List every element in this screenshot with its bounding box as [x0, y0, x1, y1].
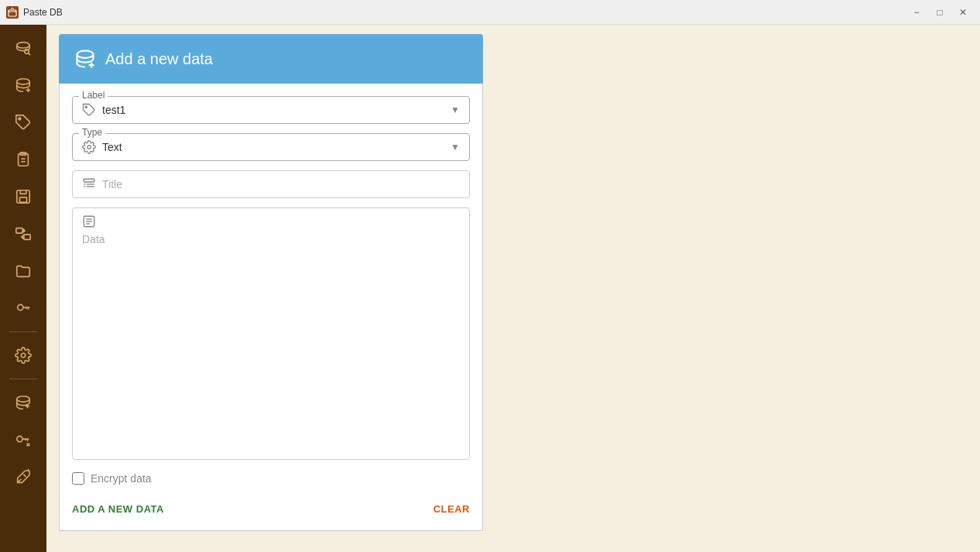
clipboard-icon — [15, 151, 32, 168]
sidebar-item-folder[interactable] — [6, 254, 40, 288]
minimize-button[interactable]: − — [906, 5, 927, 20]
clear-button[interactable]: CLEAR — [433, 503, 470, 515]
svg-point-9 — [19, 118, 21, 120]
svg-rect-14 — [17, 190, 30, 204]
add-data-icon — [74, 48, 96, 70]
svg-point-33 — [77, 51, 94, 58]
form-panel: Add a new data Label test1 ▼ — [46, 25, 495, 540]
svg-point-5 — [17, 79, 30, 84]
folder-icon — [15, 262, 32, 279]
search-db-icon — [15, 39, 32, 57]
svg-rect-0 — [9, 10, 16, 16]
sidebar-divider-1 — [9, 331, 37, 332]
sidebar-item-key-cancel[interactable] — [6, 423, 40, 457]
type-dropdown-arrow[interactable]: ▼ — [451, 142, 460, 153]
sidebar-divider-2 — [9, 379, 37, 379]
brush-icon — [15, 468, 32, 485]
encrypt-checkbox[interactable] — [72, 472, 84, 485]
data-field — [72, 207, 470, 460]
form-body: Label test1 ▼ Type — [59, 84, 483, 531]
svg-point-22 — [21, 353, 26, 358]
window-controls: − □ ✕ — [906, 5, 974, 20]
label-field-group: Label test1 ▼ — [72, 96, 470, 124]
svg-rect-16 — [16, 228, 22, 233]
transfer-icon — [15, 225, 32, 242]
encrypt-label[interactable]: Encrypt data — [91, 472, 152, 485]
sidebar-item-db-error[interactable] — [6, 386, 40, 420]
title-bar-left: Paste DB — [6, 6, 63, 19]
label-field-label: Label — [79, 90, 108, 101]
title-field — [72, 170, 470, 198]
svg-point-18 — [18, 304, 23, 310]
form-title: Add a new data — [105, 50, 213, 68]
content-area: Add a new data Label test1 ▼ — [46, 25, 513, 552]
sidebar-item-label[interactable] — [6, 105, 40, 139]
svg-point-3 — [25, 50, 29, 54]
label-icon — [15, 114, 32, 131]
app-title: Paste DB — [23, 7, 63, 18]
sidebar — [0, 25, 46, 552]
label-select[interactable]: test1 — [102, 104, 444, 116]
title-bar: Paste DB − □ ✕ — [0, 0, 980, 25]
svg-point-37 — [87, 146, 91, 149]
settings-icon — [15, 347, 32, 364]
svg-rect-15 — [19, 197, 26, 202]
db-error-icon — [15, 394, 32, 411]
type-field-group: Type Text Image File Password ▼ — [72, 133, 470, 161]
add-new-data-button[interactable]: ADD A NEW DATA — [72, 503, 164, 515]
data-field-header — [82, 214, 460, 228]
app-body: Add a new data Label test1 ▼ — [0, 25, 980, 552]
svg-point-2 — [17, 43, 30, 48]
svg-rect-17 — [24, 235, 30, 239]
encrypt-row: Encrypt data — [72, 469, 470, 488]
close-button[interactable]: ✕ — [952, 5, 974, 20]
label-dropdown-arrow[interactable]: ▼ — [451, 105, 460, 115]
type-field-row: Text Image File Password ▼ — [82, 140, 460, 154]
sidebar-item-clipboard[interactable] — [6, 142, 40, 177]
svg-point-36 — [85, 106, 87, 108]
data-textarea[interactable] — [82, 233, 460, 450]
type-select[interactable]: Text Image File Password — [102, 141, 444, 153]
sidebar-item-add-db[interactable] — [6, 68, 40, 102]
title-input[interactable] — [102, 178, 460, 190]
label-field-row: test1 ▼ — [82, 103, 460, 117]
type-settings-icon — [82, 140, 96, 154]
sidebar-item-settings[interactable] — [6, 338, 40, 372]
svg-line-4 — [29, 53, 30, 55]
save-icon — [15, 188, 32, 205]
maximize-button[interactable]: □ — [929, 5, 951, 20]
form-header: Add a new data — [59, 34, 483, 84]
svg-point-23 — [17, 396, 30, 402]
action-row: ADD A NEW DATA CLEAR — [72, 497, 470, 518]
app-logo — [6, 6, 19, 19]
sidebar-item-save[interactable] — [6, 180, 40, 214]
sidebar-item-search[interactable] — [6, 31, 40, 65]
key-cancel-icon — [15, 431, 32, 448]
sidebar-item-key[interactable] — [6, 291, 40, 325]
title-icon — [82, 177, 96, 191]
sidebar-item-brush[interactable] — [6, 460, 40, 494]
tag-icon — [82, 103, 96, 117]
type-field-label: Type — [79, 127, 105, 138]
svg-rect-38 — [84, 179, 94, 182]
key-icon — [15, 300, 32, 317]
sidebar-item-transfer[interactable] — [6, 217, 40, 251]
data-icon — [82, 214, 96, 228]
add-db-icon — [15, 77, 32, 94]
right-area — [513, 25, 980, 552]
svg-point-26 — [17, 436, 22, 441]
